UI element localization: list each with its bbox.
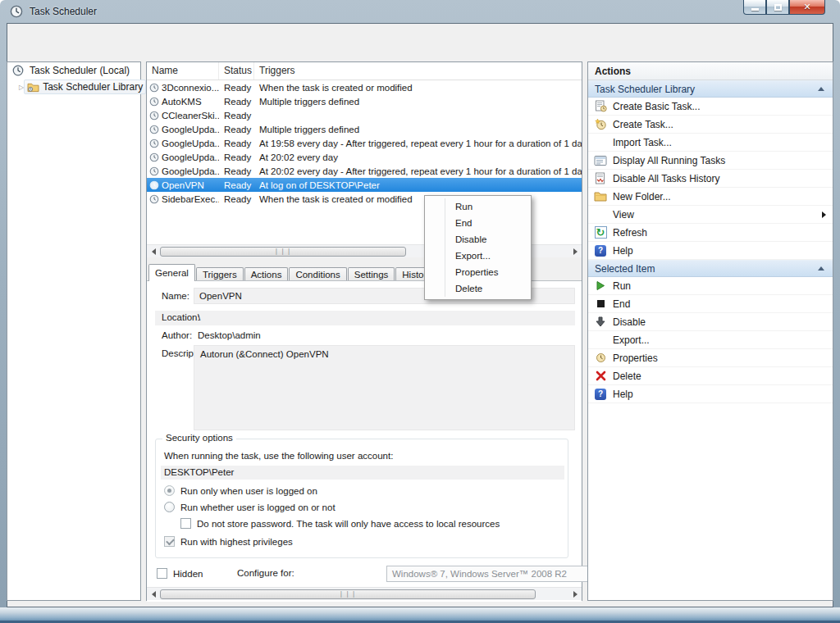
context-menu-properties[interactable]: Properties <box>427 264 529 280</box>
task-status: Ready <box>219 194 254 204</box>
checkbox-unchecked-icon[interactable] <box>180 518 191 529</box>
running-tasks-icon <box>594 155 607 166</box>
radio-label: Run whether user is logged on or not <box>180 502 336 512</box>
table-row[interactable]: GoogleUpda... Ready Multiple triggers de… <box>147 122 582 136</box>
collapse-icon[interactable] <box>818 266 824 271</box>
table-row[interactable]: GoogleUpda... Ready At 20:02 every day -… <box>147 164 582 178</box>
section-header-label: Selected Item <box>595 263 655 275</box>
clock-icon <box>10 5 23 18</box>
radio-run-logged-on[interactable]: Run only when user is logged on <box>164 485 317 496</box>
checkbox-hidden[interactable]: Hidden <box>157 568 203 579</box>
scroll-right-icon[interactable] <box>568 246 582 257</box>
context-menu-delete[interactable]: Delete <box>427 280 529 297</box>
table-row[interactable]: CCleanerSki... Ready <box>147 108 582 122</box>
task-name: CCleanerSki... <box>162 111 219 121</box>
action-properties[interactable]: Properties <box>588 349 833 367</box>
task-triggers: Multiple triggers defined <box>254 125 582 134</box>
action-disable[interactable]: Disable <box>588 313 833 331</box>
action-export[interactable]: Export... <box>588 331 833 349</box>
action-label: End <box>613 298 826 310</box>
table-row[interactable]: GoogleUpda... Ready At 20:02 every day <box>147 150 582 164</box>
task-clock-icon <box>149 111 159 121</box>
scrollbar-thumb[interactable]: ❘❘❘ <box>160 247 406 257</box>
details-horizontal-scrollbar[interactable]: ❘❘❘ <box>147 587 582 600</box>
action-disable-all-tasks-history[interactable]: Disable All Tasks History <box>588 170 833 188</box>
scroll-right-icon[interactable] <box>568 589 582 600</box>
checkbox-label: Run with highest privileges <box>180 537 293 547</box>
radio-label: Run only when user is logged on <box>180 486 317 496</box>
task-status: Ready <box>219 111 254 121</box>
action-import-task[interactable]: Import Task... <box>588 134 833 152</box>
tree-item-task-scheduler-library[interactable]: ▷ Task Scheduler Library <box>7 79 140 95</box>
tab-settings[interactable]: Settings <box>348 267 395 281</box>
description-field: Autorun (&Connect) OpenVPN <box>194 345 575 430</box>
action-new-folder[interactable]: New Folder... <box>588 188 833 206</box>
table-row-selected[interactable]: OpenVPN Ready At log on of DESKTOP\Peter <box>147 178 582 192</box>
context-menu-run[interactable]: Run <box>427 198 529 215</box>
scrollbar-thumb[interactable]: ❘❘❘ <box>160 589 536 599</box>
checkbox-unchecked-icon[interactable] <box>157 568 167 579</box>
action-help-library[interactable]: ? Help <box>588 242 833 260</box>
window-frame-bottom <box>0 607 840 623</box>
tree-selected-item[interactable]: Task Scheduler Library <box>24 80 146 94</box>
task-clock-icon <box>149 180 159 190</box>
tab-actions[interactable]: Actions <box>244 267 289 281</box>
account-value: DESKTOP\Peter <box>161 466 564 480</box>
table-row[interactable]: 3Dconnexio... Ready When the task is cre… <box>147 80 582 94</box>
column-header-triggers[interactable]: Triggers <box>254 62 582 80</box>
context-menu-end[interactable]: End <box>427 215 529 231</box>
checkbox-checked-icon[interactable] <box>164 536 175 547</box>
checkbox-no-password[interactable]: Do not store password. The task will onl… <box>180 518 500 529</box>
hidden-label: Hidden <box>173 569 203 579</box>
action-delete[interactable]: Delete <box>588 367 833 385</box>
close-button[interactable]: ✕ <box>789 0 825 15</box>
minimize-button[interactable] <box>743 0 766 15</box>
section-header-selected-item[interactable]: Selected Item <box>588 260 833 277</box>
action-run[interactable]: Run <box>588 277 833 295</box>
action-refresh[interactable]: ↻ Refresh <box>588 224 833 242</box>
action-end[interactable]: End <box>588 295 833 313</box>
task-name: AutoKMS <box>162 97 202 107</box>
action-help-selected[interactable]: ? Help <box>588 385 833 403</box>
checkbox-highest-privileges[interactable]: Run with highest privileges <box>164 536 293 547</box>
title-bar[interactable]: Task Scheduler ✕ <box>0 0 840 23</box>
scroll-left-icon[interactable] <box>147 246 160 257</box>
account-caption: When running the task, use the following… <box>164 451 393 461</box>
task-clock-icon <box>149 83 159 93</box>
section-header-task-scheduler-library[interactable]: Task Scheduler Library <box>588 80 833 98</box>
radio-unselected-icon[interactable] <box>164 502 175 512</box>
column-header-name[interactable]: Name <box>147 62 219 80</box>
tab-conditions[interactable]: Conditions <box>289 267 346 281</box>
action-label: Disable All Tasks History <box>613 173 826 184</box>
action-label: Display All Running Tasks <box>613 155 826 166</box>
scrollbar-grip-icon: ❘❘❘ <box>273 248 292 255</box>
maximize-button[interactable] <box>766 0 789 15</box>
context-menu: Run End Disable Export... Properties Del… <box>424 195 532 300</box>
section-header-label: Task Scheduler Library <box>595 84 695 95</box>
blank-icon <box>593 208 608 221</box>
action-label: Create Basic Task... <box>613 101 826 112</box>
task-status: Ready <box>219 139 254 148</box>
scroll-left-icon[interactable] <box>147 589 160 600</box>
tree-item-task-scheduler-local[interactable]: Task Scheduler (Local) <box>7 62 140 79</box>
action-create-basic-task[interactable]: Create Basic Task... <box>588 98 833 116</box>
context-menu-disable[interactable]: Disable <box>427 231 529 248</box>
action-view[interactable]: View <box>588 206 833 224</box>
table-row[interactable]: GoogleUpda... Ready At 19:58 every day -… <box>147 136 582 150</box>
clock-icon <box>12 65 24 76</box>
radio-run-logged-on-or-not[interactable]: Run whether user is logged on or not <box>164 502 336 512</box>
column-header-status[interactable]: Status <box>219 62 254 80</box>
table-row[interactable]: AutoKMS Ready Multiple triggers defined <box>147 94 582 108</box>
radio-selected-icon[interactable] <box>164 485 175 496</box>
context-menu-export[interactable]: Export... <box>427 248 529 264</box>
action-display-all-running-tasks[interactable]: Display All Running Tasks <box>588 152 833 170</box>
action-create-task[interactable]: Create Task... <box>588 116 833 134</box>
action-label: Refresh <box>613 227 826 239</box>
properties-icon <box>596 352 606 363</box>
tree-child-label: Task Scheduler Library <box>43 81 143 93</box>
task-list-header: Name Status Triggers <box>147 62 582 80</box>
collapse-icon[interactable] <box>818 87 824 91</box>
name-label: Name: <box>162 291 189 301</box>
tab-triggers[interactable]: Triggers <box>196 267 244 281</box>
tab-general[interactable]: General <box>148 264 195 281</box>
